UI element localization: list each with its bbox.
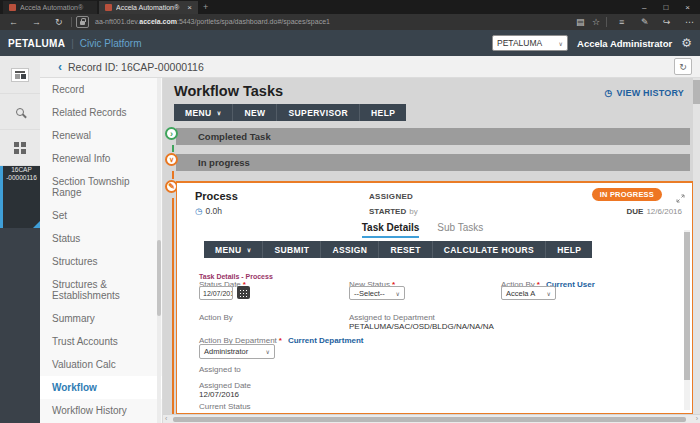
task-name: Process	[195, 190, 238, 202]
sidebar-item-set[interactable]: Set	[40, 204, 162, 227]
process-task-panel: Process ◷ 0.0h ASSIGNED STARTEDby IN PRO…	[176, 181, 693, 414]
action-by-department-select[interactable]: Administrator ∨	[199, 344, 275, 359]
in-progress-status-icon[interactable]: ∨	[165, 153, 178, 166]
accela-favicon	[9, 4, 16, 11]
action-by-select[interactable]: Accela A ∨	[501, 286, 556, 300]
horizontal-scrollbar-thumb[interactable]	[173, 417, 686, 422]
product-name-link[interactable]: Civic Platform	[80, 38, 142, 49]
sidebar-item-related-records[interactable]: Related Records	[40, 101, 162, 124]
sidebar-item-status[interactable]: Status	[40, 227, 162, 250]
header-right: PETALUMA ∨ Accela Administrator ⚙	[492, 35, 692, 51]
completed-task-label: Completed Task	[198, 131, 271, 142]
close-icon[interactable]: ×	[685, 3, 690, 12]
sidebar-item-summary[interactable]: Summary	[40, 307, 162, 330]
web-note-icon[interactable]: ✎	[641, 14, 649, 30]
help-button[interactable]: HELP	[546, 241, 592, 258]
back-chevron-icon[interactable]: ‹	[58, 60, 62, 74]
sidebar-item-structures-establishments[interactable]: Structures & Establishments	[40, 273, 162, 307]
accordion-in-progress[interactable]: In progress	[176, 154, 690, 171]
forward-icon[interactable]: →	[32, 14, 41, 30]
sidebar-item-renewal-info[interactable]: Renewal Info	[40, 147, 162, 170]
refresh-button[interactable]: ↻	[674, 58, 692, 75]
sidebar-item-record[interactable]: Record	[40, 78, 162, 101]
sidebar-item-trust-accounts[interactable]: Trust Accounts	[40, 330, 162, 353]
tab-sub-tasks[interactable]: Sub Tasks	[437, 222, 483, 238]
sidebar-scrollbar-thumb[interactable]	[157, 240, 161, 316]
submit-button[interactable]: SUBMIT	[263, 241, 321, 258]
panel-scrollbar-thumb[interactable]	[684, 232, 690, 380]
sidebar-item-workflow[interactable]: Workflow	[40, 376, 162, 399]
record-bar: ‹ Record ID: 16CAP-00000116 ↻	[40, 56, 700, 78]
favorites-star-icon[interactable]: ☆	[592, 14, 600, 30]
launchpad-button[interactable]	[0, 56, 40, 94]
sidebar-item-valuation-calc[interactable]: Valuation Calc	[40, 353, 162, 376]
due-date: DUE12/6/2016	[627, 207, 682, 216]
refresh-icon[interactable]: ↻	[55, 14, 63, 30]
scroll-right-icon[interactable]: ›	[696, 415, 698, 423]
record-sidebar: Record Related Records Renewal Renewal I…	[40, 78, 163, 423]
open-record-tab[interactable]: 16CAP -00000116	[0, 166, 40, 228]
browser-tab-inactive[interactable]: Accela Automation®	[3, 1, 97, 14]
assign-button[interactable]: ASSIGN	[321, 241, 379, 258]
browser-urlbar: ← → ↻ aa-nft001.dev.accela.com:5443/port…	[0, 14, 700, 30]
select-value: --Select--	[354, 289, 385, 298]
panel-scrollbar-track	[684, 230, 690, 410]
form-section-label: Task Details - Process	[199, 273, 273, 280]
new-tab-button[interactable]: +	[203, 1, 208, 14]
main-scrollbar-thumb[interactable]	[693, 80, 700, 104]
sidebar-item-structures[interactable]: Structures	[40, 250, 162, 273]
user-name[interactable]: Accela Administrator	[577, 38, 672, 49]
calendar-icon[interactable]	[237, 286, 250, 299]
timeline-connector	[172, 145, 174, 152]
accordion-completed-task[interactable]: Completed Task	[176, 128, 690, 145]
agency-select[interactable]: PETALUMA ∨	[492, 35, 568, 51]
reset-button[interactable]: RESET	[379, 241, 432, 258]
tab-title: Accela Automation®	[116, 4, 183, 11]
sidebar-item-renewal[interactable]: Renewal	[40, 124, 162, 147]
expand-icon[interactable]	[676, 189, 685, 207]
hub-icon[interactable]: ≡	[619, 14, 624, 30]
supervisor-button[interactable]: SUPERVISOR	[277, 104, 360, 121]
scroll-left-icon[interactable]: ‹	[165, 415, 167, 423]
back-icon[interactable]: ←	[9, 14, 18, 30]
completed-status-icon[interactable]: ›	[165, 127, 178, 140]
maximize-icon[interactable]: □	[663, 3, 668, 12]
minimize-icon[interactable]: –	[642, 3, 646, 12]
task-hours: ◷ 0.0h	[195, 206, 222, 216]
horizontal-scrollbar-track: ‹ ›	[163, 414, 700, 423]
task-toolbar: MENU ∨ SUBMIT ASSIGN RESET CALCULATE HOU…	[204, 241, 592, 258]
clock-icon: ◷	[605, 88, 613, 98]
help-button[interactable]: HELP	[360, 104, 406, 121]
assigned-date-label: Assigned Date	[199, 381, 251, 390]
calculate-hours-button[interactable]: CALCULATE HOURS	[433, 241, 546, 258]
new-status-select[interactable]: --Select-- ∨	[349, 286, 405, 300]
new-button[interactable]: NEW	[233, 104, 277, 121]
due-label: DUE	[627, 207, 644, 216]
address-bar[interactable]: aa-nft001.dev.accela.com:5443/portlets/s…	[95, 14, 330, 30]
workflow-toolbar: MENU ∨ NEW SUPERVISOR HELP	[174, 104, 406, 121]
url-domain: accela.com	[139, 18, 177, 25]
share-icon[interactable]: ↪	[663, 14, 671, 30]
view-history-link[interactable]: ◷ VIEW HISTORY	[605, 88, 684, 98]
divider	[71, 17, 72, 27]
gear-icon[interactable]: ⚙	[681, 36, 692, 50]
current-department-link[interactable]: Current Department	[288, 336, 364, 345]
menu-button[interactable]: MENU ∨	[204, 241, 263, 258]
browser-tab-active[interactable]: Accela Automation® ×	[99, 1, 198, 14]
chevron-down-icon: ∨	[547, 290, 551, 297]
reading-view-icon[interactable]: ▤	[576, 14, 585, 30]
apps-button[interactable]	[0, 130, 40, 166]
search-button[interactable]	[0, 94, 40, 130]
site-lock-icon[interactable]	[76, 16, 89, 28]
timeline-connector	[172, 198, 174, 414]
sidebar-item-section-township-range[interactable]: Section Township Range	[40, 170, 162, 204]
sidebar-item-workflow-history[interactable]: Workflow History	[40, 399, 162, 422]
menu-button[interactable]: MENU ∨	[174, 104, 233, 121]
tab-task-details[interactable]: Task Details	[362, 222, 420, 238]
assigned-to-department-label: Assigned to Department	[349, 313, 435, 322]
panel-tabs: Task Details Sub Tasks	[177, 222, 668, 238]
tab-title: Accela Automation®	[20, 4, 91, 11]
status-date-input[interactable]: 12/07/201	[199, 286, 233, 300]
more-options-icon[interactable]: ⋯	[685, 14, 694, 30]
tab-close-icon[interactable]: ×	[187, 3, 192, 12]
